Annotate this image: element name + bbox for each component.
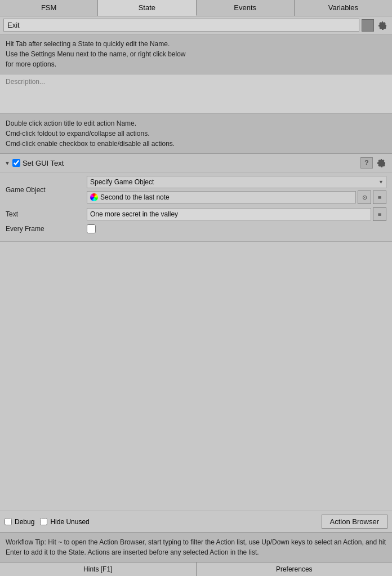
game-object-controls: Specify Game Object Second to the last n… bbox=[87, 176, 386, 204]
info-text: Hit Tab after selecting a State to quick… bbox=[6, 40, 186, 68]
debug-label: Debug bbox=[15, 518, 34, 526]
footer-bar: Hints [F1] Preferences bbox=[0, 562, 392, 576]
state-color-picker[interactable] bbox=[362, 19, 374, 32]
game-object-value-row: Second to the last note ⊙ ≡ bbox=[87, 190, 386, 204]
game-object-select[interactable]: Specify Game Object bbox=[87, 176, 386, 188]
hide-unused-row: Hide Unused bbox=[40, 518, 89, 526]
action-fields: Game Object Specify Game Object Second t… bbox=[0, 172, 392, 237]
workflow-tip-box: Workflow Tip: Hit ~ to open the Action B… bbox=[0, 532, 392, 562]
hide-unused-label: Hide Unused bbox=[50, 518, 89, 526]
bottom-bar: Debug Hide Unused Action Browser bbox=[0, 511, 392, 532]
preferences-button[interactable]: Preferences bbox=[197, 562, 393, 576]
text-menu-button[interactable]: ≡ bbox=[373, 207, 386, 221]
game-object-label: Game Object bbox=[6, 186, 84, 194]
text-field-row: Text ≡ bbox=[6, 207, 386, 221]
content-spacer bbox=[0, 242, 392, 511]
text-label: Text bbox=[6, 210, 84, 218]
game-object-value-text: Second to the last note bbox=[100, 193, 170, 201]
action-enable-checkbox[interactable] bbox=[12, 159, 20, 167]
game-object-menu-button[interactable]: ≡ bbox=[373, 190, 386, 204]
game-object-field-row: Game Object Specify Game Object Second t… bbox=[6, 176, 386, 204]
tab-events[interactable]: Events bbox=[197, 0, 295, 16]
action-expand-icon[interactable]: ▼ bbox=[5, 160, 10, 166]
state-name-input[interactable] bbox=[3, 19, 359, 32]
text-value-input[interactable] bbox=[87, 208, 371, 220]
game-object-target-button[interactable]: ⊙ bbox=[358, 190, 371, 204]
game-object-icon bbox=[90, 193, 98, 201]
every-frame-label: Every Frame bbox=[6, 225, 84, 233]
every-frame-checkbox[interactable] bbox=[87, 224, 96, 233]
state-name-row bbox=[0, 16, 392, 34]
hints-button[interactable]: Hints [F1] bbox=[0, 562, 197, 576]
game-object-select-wrapper: Specify Game Object bbox=[87, 176, 386, 188]
action-browser-button[interactable]: Action Browser bbox=[322, 515, 387, 529]
action-header: ▼ Set GUI Text ? bbox=[0, 154, 392, 172]
debug-row: Debug bbox=[5, 518, 34, 526]
hide-unused-checkbox[interactable] bbox=[40, 518, 47, 525]
tab-state[interactable]: State bbox=[98, 0, 196, 16]
every-frame-field-row: Every Frame bbox=[6, 224, 386, 233]
action-help-button[interactable]: ? bbox=[360, 157, 373, 169]
workflow-tip-text: Workflow Tip: Hit ~ to open the Action B… bbox=[6, 538, 386, 556]
info-box: Hit Tab after selecting a State to quick… bbox=[0, 34, 392, 74]
tab-variables[interactable]: Variables bbox=[295, 0, 392, 16]
state-gear-button[interactable] bbox=[376, 19, 389, 32]
action-block: ▼ Set GUI Text ? Game Object Specify Gam… bbox=[0, 154, 392, 242]
tab-bar: FSM State Events Variables bbox=[0, 0, 392, 16]
debug-checkbox[interactable] bbox=[5, 518, 12, 525]
hint-text: Double click action title to edit action… bbox=[6, 119, 175, 148]
text-input-row: ≡ bbox=[87, 207, 386, 221]
action-gear-button[interactable] bbox=[375, 157, 387, 169]
action-title[interactable]: Set GUI Text bbox=[23, 159, 358, 167]
game-object-value-display[interactable]: Second to the last note bbox=[87, 191, 356, 203]
tab-fsm[interactable]: FSM bbox=[0, 0, 98, 16]
description-textarea[interactable] bbox=[0, 74, 392, 114]
hint-box: Double click action title to edit action… bbox=[0, 114, 392, 154]
